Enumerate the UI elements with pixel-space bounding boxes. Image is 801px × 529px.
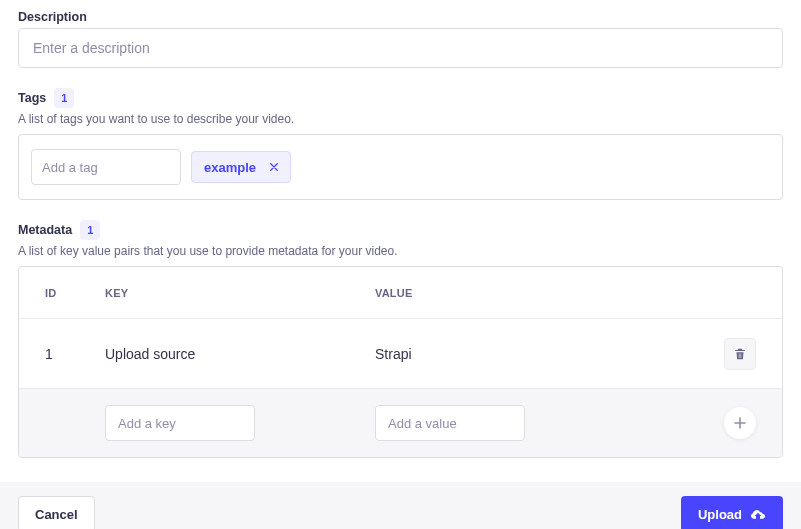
- upload-button-label: Upload: [698, 507, 742, 522]
- metadata-row: 1 Upload source Strapi: [19, 319, 782, 389]
- metadata-label: Metadata: [18, 223, 72, 237]
- upload-button[interactable]: Upload: [681, 496, 783, 529]
- description-input[interactable]: [18, 28, 783, 68]
- metadata-header-value: VALUE: [375, 287, 696, 299]
- tag-input[interactable]: [31, 149, 181, 185]
- metadata-count-badge: 1: [80, 220, 100, 240]
- tags-help-text: A list of tags you want to use to descri…: [18, 112, 783, 126]
- metadata-cell-key: Upload source: [105, 346, 375, 362]
- cancel-button[interactable]: Cancel: [18, 496, 95, 529]
- metadata-header-row: ID KEY VALUE: [19, 267, 782, 319]
- metadata-cell-id: 1: [45, 346, 105, 362]
- metadata-table: ID KEY VALUE 1 Upload source Strapi: [18, 266, 783, 458]
- plus-icon: [734, 417, 746, 429]
- tag-chip-label: example: [204, 160, 256, 175]
- metadata-delete-button[interactable]: [724, 338, 756, 370]
- metadata-add-button[interactable]: [724, 407, 756, 439]
- metadata-header-id: ID: [45, 287, 105, 299]
- tag-remove-button[interactable]: [262, 155, 286, 179]
- tags-label: Tags: [18, 91, 46, 105]
- tags-container: example: [18, 134, 783, 200]
- metadata-add-row: [19, 389, 782, 457]
- tag-chip: example: [191, 151, 291, 183]
- footer: Cancel Upload: [0, 482, 801, 529]
- description-label: Description: [18, 10, 87, 24]
- tags-count-badge: 1: [54, 88, 74, 108]
- metadata-key-input[interactable]: [105, 405, 255, 441]
- metadata-help-text: A list of key value pairs that you use t…: [18, 244, 783, 258]
- metadata-header-key: KEY: [105, 287, 375, 299]
- metadata-cell-value: Strapi: [375, 346, 696, 362]
- trash-icon: [733, 347, 747, 361]
- close-icon: [270, 163, 278, 171]
- metadata-value-input[interactable]: [375, 405, 525, 441]
- cloud-upload-icon: [750, 507, 766, 521]
